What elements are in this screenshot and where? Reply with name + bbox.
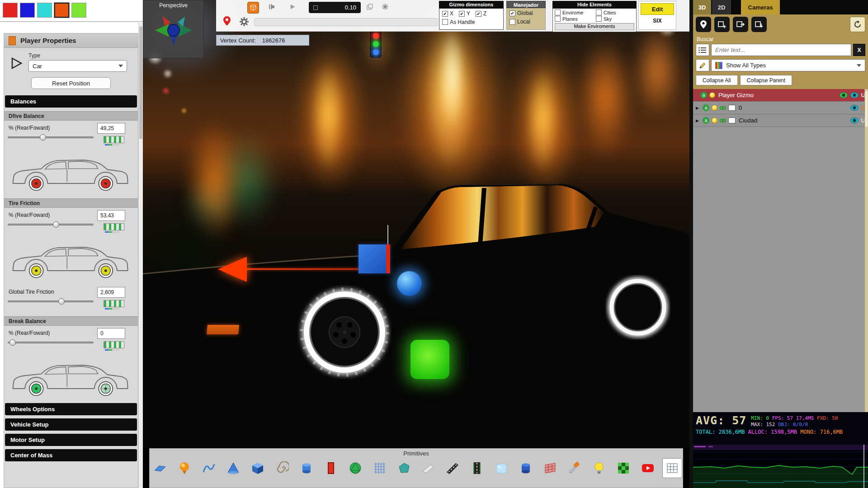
wheels-options-header[interactable]: Wheels Options [5,403,137,415]
hierarchy-row-player-gizmo[interactable]: a Player Gizmo U [693,89,868,102]
light-icon[interactable] [712,117,717,123]
primitive-screwdriver-button[interactable] [565,458,585,478]
sky-checkbox[interactable]: Sky [596,16,634,22]
primitive-door-button[interactable] [321,458,341,478]
global-checkbox[interactable]: ✔Global [509,10,542,16]
primitive-road-button[interactable] [467,458,487,478]
cities-checkbox[interactable]: Cities [596,9,634,15]
balances-section-header[interactable]: Balances [5,95,137,108]
tire-friction-slider[interactable] [8,221,94,228]
mesh-box-icon[interactable] [728,105,736,111]
primitive-shell-button[interactable] [272,458,292,478]
cube-tool-button[interactable] [247,2,259,14]
tab-cameras[interactable]: Cameras [741,0,780,14]
break-balance-value-field[interactable]: 0 [97,328,125,339]
primitive-ice-button[interactable] [491,458,511,478]
audio-step-icon[interactable] [268,3,276,12]
visible-icon[interactable] [840,92,848,98]
hierarchy-row-ciudad[interactable]: ▶ a Ciudad U [693,114,868,127]
eye-icon[interactable] [850,105,859,111]
eye-icon[interactable] [850,92,859,98]
gizmo-y-checkbox[interactable]: ✔Y [459,10,470,17]
primitive-cone-button[interactable] [223,458,243,478]
gear-icon[interactable] [240,17,249,28]
center-of-mass-header[interactable]: Center of Mass [5,449,137,461]
mesh-box-icon[interactable] [728,117,736,123]
orientation-gizmo[interactable]: Perspective [143,0,204,58]
planes-checkbox[interactable]: Planes [555,16,593,22]
translate-handle-arrow[interactable] [218,257,247,282]
eye-icon[interactable] [850,117,859,123]
play-icon[interactable] [9,56,23,72]
primitive-grass-button[interactable] [613,458,633,478]
type-select[interactable]: Car [28,60,127,72]
drive-balance-value-field[interactable]: 49,25 [97,123,125,134]
primitive-icosphere-button[interactable] [345,458,365,478]
clear-search-button[interactable]: X [853,44,865,56]
expand-arrow-icon[interactable]: ▶ [696,106,700,110]
add-object-button[interactable] [714,17,730,32]
primitive-cube-button[interactable] [248,458,268,478]
hierarchy-row-0[interactable]: ▶ a 0 U [693,102,868,114]
gizmo-plane-handle[interactable] [359,244,390,273]
vehicle-setup-header[interactable]: Vehicle Setup [5,418,137,431]
tire-friction-value-field[interactable]: 53,43 [97,210,125,221]
color-swatch-green[interactable] [71,3,86,18]
scrollbar-thumb[interactable] [139,26,142,139]
primitive-red-grid-button[interactable] [540,458,560,478]
reset-position-button[interactable]: Reset Position [31,77,111,89]
object-badge-icon[interactable]: a [700,92,707,99]
location-pin-icon[interactable] [223,16,231,28]
physics-sphere-object[interactable] [397,271,422,296]
speed-value-field[interactable]: 0.10 [309,2,361,13]
break-balance-slider[interactable] [8,339,94,346]
play-step-icon[interactable] [289,4,296,12]
global-tire-friction-slider[interactable] [8,298,94,305]
link-icon[interactable] [720,106,726,110]
primitive-cloth-button[interactable] [199,458,219,478]
type-filter-dropdown[interactable]: Show All Types [711,59,865,71]
axis-gizmo-icon[interactable] [149,9,198,51]
make-enviroments-button[interactable]: Make Enviroments [555,23,634,30]
expand-arrow-icon[interactable]: ▶ [696,118,700,123]
search-input[interactable] [711,44,851,56]
list-view-icon[interactable] [696,44,709,56]
youtube-button[interactable] [638,458,658,478]
browser-grid-button[interactable] [662,458,682,478]
light-icon[interactable] [712,105,717,111]
primitive-grid-button[interactable] [370,458,390,478]
scrollbar-thumb[interactable] [865,91,868,127]
light-icon[interactable] [709,92,715,98]
export-object-button[interactable] [733,17,748,32]
as-handle-checkbox[interactable]: As Handle [442,19,475,25]
import-object-button[interactable] [751,17,767,32]
primitive-rock-button[interactable] [394,458,414,478]
primitive-plane-button[interactable] [150,458,170,478]
color-swatch-cyan[interactable] [37,3,52,18]
refresh-icon[interactable] [850,17,865,32]
primitive-wedge-button[interactable] [418,458,438,478]
link-icon[interactable] [720,118,726,123]
pencil-icon[interactable] [696,59,709,71]
collapse-parent-button[interactable]: Collapse Parent [740,75,792,85]
color-swatch-blue[interactable] [20,3,35,18]
hierarchy-scrollbar[interactable] [864,89,868,412]
green-cube-object[interactable] [410,340,449,379]
envirome-checkbox[interactable]: Envirome [555,9,593,15]
color-swatch-red[interactable] [3,3,18,18]
toolbar-scrub-bar[interactable] [254,18,438,26]
left-panel-scrollbar[interactable] [138,23,143,488]
color-swatch-orange-selected[interactable] [54,3,69,18]
primitive-pillar-button[interactable] [516,458,536,478]
object-badge-icon[interactable]: a [703,117,709,124]
duplicate-icon[interactable] [366,3,373,12]
gizmo-z-checkbox[interactable]: ✔Z [476,10,486,17]
drive-balance-slider[interactable] [8,134,94,141]
tab-3d[interactable]: 3D [693,0,711,14]
scene-viewport[interactable]: Perspective 0.10 [143,0,689,488]
edit-button[interactable]: Edit [641,3,674,15]
primitive-cylinder-button[interactable] [297,458,316,478]
object-badge-icon[interactable]: a [703,104,709,111]
snap-icon[interactable] [382,3,389,12]
motor-setup-header[interactable]: Motor Setup [5,434,137,446]
